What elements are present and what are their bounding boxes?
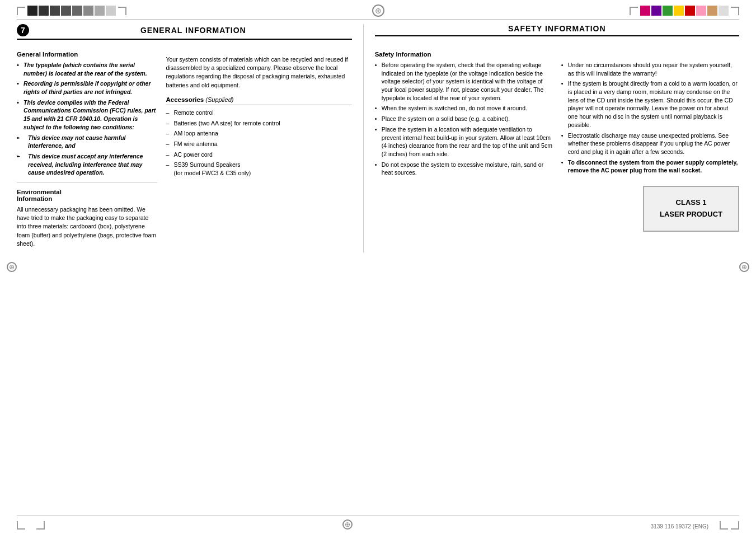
accessory-item: SS39 Surround Speakers(for model FWC3 & … [166, 161, 351, 177]
color-blocks-right [640, 6, 729, 16]
color-block-purple [651, 6, 661, 16]
safety-col2: Under no circumstances should you repair… [561, 61, 739, 232]
right-section-title: SAFETY INFORMATION [508, 24, 606, 33]
safety-two-cols: Before operating the system, check that … [375, 61, 739, 232]
color-blocks-left [27, 6, 116, 16]
general-text: Your system consists of materials which … [166, 55, 351, 90]
laser-product-box: CLASS 1 LASER PRODUCT [643, 186, 739, 232]
color-block-pink [696, 6, 706, 16]
color-block [39, 6, 49, 16]
accessories-list: Remote control Batteries (two AA size) f… [166, 109, 351, 177]
bottom-reg-mark: ⊕ [342, 519, 353, 530]
general-info-title: General Information [17, 51, 157, 58]
env-info-text: All unnecessary packaging has been omitt… [17, 205, 157, 248]
bottom-left [17, 521, 45, 530]
safety-item: When the system is switched on, do not m… [375, 104, 553, 113]
accessories-header: Accessories (Supplied) [166, 96, 351, 105]
color-block-green [663, 6, 673, 16]
list-item: The typeplate (which contains the serial… [17, 61, 157, 77]
color-block [95, 6, 105, 16]
list-item-dash2: – This device must accept any interferen… [17, 152, 157, 177]
safety-item: Before operating the system, check that … [375, 61, 553, 102]
color-block-gray [719, 6, 729, 16]
color-block [106, 6, 116, 16]
env-info-title: EnvironmentalInformation [17, 189, 157, 202]
laser-box-text: CLASS 1 LASER PRODUCT [660, 197, 722, 221]
color-block-magenta [640, 6, 650, 16]
color-block [27, 6, 37, 16]
reg-mark-left: ⊕ [372, 4, 384, 17]
list-item: Recording is permissible if copyright or… [17, 79, 157, 96]
list-item: This device complies with the Federal Co… [17, 99, 157, 132]
safety-list1: Before operating the system, check that … [375, 61, 553, 177]
accessory-item: Remote control [166, 109, 351, 117]
section-number: 7 [17, 24, 29, 36]
top-center: ⊕ [372, 4, 384, 17]
accessory-item: Batteries (two AA size) for remote contr… [166, 119, 351, 128]
accessories-subtitle: (Supplied) [205, 96, 233, 103]
color-block-tan [707, 6, 717, 16]
safety-item: Do not expose the system to excessive mo… [375, 161, 553, 177]
left-section-title: GENERAL INFORMATION [35, 26, 352, 35]
safety-info-title: Safety Information [375, 51, 739, 58]
safety-list2: Under no circumstances should you repair… [561, 61, 739, 175]
safety-item: If the system is brought directly from a… [561, 79, 739, 129]
general-info-list: The typeplate (which contains the serial… [17, 61, 157, 177]
divider [17, 182, 157, 183]
bottom-area: ⊕ 3139 116 19372 (ENG) [0, 516, 756, 534]
right-side-reg: ⊕ [739, 262, 749, 272]
corner-bracket-tl [17, 7, 25, 15]
color-block-yellow [674, 6, 684, 16]
bottom-right-corners [720, 521, 739, 530]
bottom-right: 3139 116 19372 (ENG) [651, 521, 739, 530]
safety-col1: Before operating the system, check that … [375, 61, 553, 232]
safety-item: To disconnect the system from the power … [561, 158, 739, 175]
corner-br-inner [36, 521, 45, 530]
corner-bracket-tl2 [630, 7, 638, 15]
safety-item: Place the system on a solid base (e.g. a… [375, 115, 553, 123]
left-side-reg: ⊕ [7, 262, 17, 272]
safety-item: Under no circumstances should you repair… [561, 61, 739, 77]
color-block-red [685, 6, 695, 16]
left-sub-col: General Information The typeplate (which… [17, 45, 157, 252]
list-item-dash1: – This device may not cause harmful inte… [17, 134, 157, 150]
safety-item: Place the system in a location with adeq… [375, 125, 553, 158]
accessory-item: AM loop antenna [166, 129, 351, 138]
corner-bl [17, 521, 25, 530]
corner-bracket-tr2 [731, 7, 739, 15]
corner-bl2 [720, 521, 728, 530]
corner-bracket-tr [118, 7, 126, 15]
page-code: 3139 116 19372 (ENG) [651, 523, 708, 530]
left-column: General Information The typeplate (which… [17, 40, 364, 252]
color-block [83, 6, 93, 16]
color-block [50, 6, 60, 16]
corner-br2 [731, 521, 739, 530]
safety-item: Electrostatic discharge may cause unexpe… [561, 132, 739, 156]
right-sub-col: Your system consists of materials which … [166, 45, 351, 252]
accessory-item: AC power cord [166, 151, 351, 159]
accessory-item: FM wire antenna [166, 140, 351, 148]
accessories-title: Accessories [166, 96, 204, 103]
right-column: Safety Information Before operating the … [364, 40, 739, 252]
color-block [61, 6, 71, 16]
color-block [72, 6, 82, 16]
